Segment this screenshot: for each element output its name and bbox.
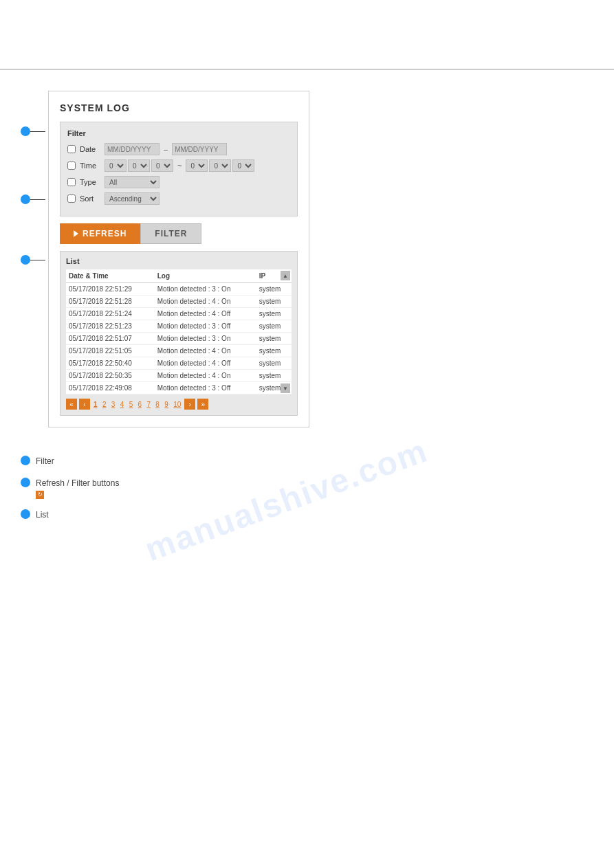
date-from-input[interactable] bbox=[105, 143, 160, 155]
row-ip: system bbox=[256, 308, 292, 320]
table-row: 05/17/2018 22:51:29 Motion detected : 3 … bbox=[66, 283, 292, 296]
annotation-item-2: Refresh / Filter buttons ↻ bbox=[21, 477, 593, 499]
page-number-9[interactable]: 9 bbox=[163, 400, 170, 409]
time-to-min[interactable]: 0 bbox=[209, 159, 231, 172]
pagination: « ‹ 1 2 3 4 5 6 7 8 9 10 › » bbox=[66, 399, 292, 410]
annotation-line-1 bbox=[30, 131, 45, 132]
refresh-button[interactable]: REFRESH bbox=[60, 223, 140, 244]
time-from-group: 0 0 0 bbox=[105, 159, 173, 172]
log-table: Date & Time Log IP 05/17/2018 22:51:29 M… bbox=[66, 269, 292, 394]
annotation-text-1: Filter bbox=[36, 455, 54, 467]
row-ip: system bbox=[256, 333, 292, 345]
filter-time-row: Time 0 0 0 ~ bbox=[67, 159, 290, 172]
page-prev-button[interactable]: ‹ bbox=[79, 399, 90, 410]
page-number-7[interactable]: 7 bbox=[145, 400, 152, 409]
row-datetime: 05/17/2018 22:49:08 bbox=[66, 382, 155, 394]
row-ip: system bbox=[256, 345, 292, 357]
time-to-sec[interactable]: 0 bbox=[232, 159, 254, 172]
type-checkbox[interactable] bbox=[67, 178, 76, 186]
filter-section: Filter Date – Time 0 bbox=[60, 122, 298, 216]
page-number-3[interactable]: 3 bbox=[110, 400, 117, 409]
panel-title: SYSTEM LOG bbox=[60, 102, 298, 113]
page-number-5[interactable]: 5 bbox=[128, 400, 135, 409]
row-ip: system bbox=[256, 357, 292, 370]
row-datetime: 05/17/2018 22:51:28 bbox=[66, 296, 155, 308]
date-to-input[interactable] bbox=[172, 143, 227, 155]
table-row: 05/17/2018 22:51:24 Motion detected : 4 … bbox=[66, 308, 292, 320]
time-from-min[interactable]: 0 bbox=[128, 159, 150, 172]
sort-select[interactable]: Ascending bbox=[105, 192, 160, 205]
filter-label: FILTER bbox=[155, 229, 187, 238]
annotation-line-3 bbox=[30, 260, 45, 260]
page-last-button[interactable]: » bbox=[197, 399, 208, 410]
table-row: 05/17/2018 22:51:05 Motion detected : 4 … bbox=[66, 345, 292, 357]
row-ip: system bbox=[256, 320, 292, 333]
annotation-line-2 bbox=[30, 199, 45, 200]
row-ip: system bbox=[256, 296, 292, 308]
filter-type-row: Type All bbox=[67, 176, 290, 188]
annotation-dot-2 bbox=[21, 194, 30, 204]
annotation-dot-1 bbox=[21, 126, 30, 136]
table-row: 05/17/2018 22:49:08 Motion detected : 3 … bbox=[66, 382, 292, 394]
table-header-row: Date & Time Log IP bbox=[66, 269, 292, 283]
col-log: Log bbox=[155, 269, 256, 283]
scroll-down-button[interactable]: ▼ bbox=[281, 383, 290, 393]
time-to-hour[interactable]: 0 bbox=[186, 159, 208, 172]
page-number-1[interactable]: 1 bbox=[92, 400, 99, 409]
system-log-panel: SYSTEM LOG Filter Date – Time bbox=[48, 91, 309, 427]
page-number-10[interactable]: 10 bbox=[172, 400, 182, 409]
sort-checkbox[interactable] bbox=[67, 194, 76, 203]
row-log: Motion detected : 4 : On bbox=[155, 345, 256, 357]
annotation-dot-3 bbox=[21, 255, 30, 265]
date-checkbox[interactable] bbox=[67, 145, 76, 153]
annotation-text-3: List bbox=[36, 509, 49, 521]
refresh-small-icon: ↻ bbox=[36, 491, 44, 499]
annotation-item-1: Filter bbox=[21, 455, 593, 467]
col-datetime: Date & Time bbox=[66, 269, 155, 283]
row-datetime: 05/17/2018 22:51:29 bbox=[66, 283, 155, 296]
date-separator: – bbox=[164, 145, 168, 153]
time-from-hour[interactable]: 0 bbox=[105, 159, 127, 172]
row-datetime: 05/17/2018 22:50:40 bbox=[66, 357, 155, 370]
row-datetime: 05/17/2018 22:50:35 bbox=[66, 370, 155, 382]
filter-button[interactable]: FILTER bbox=[140, 223, 201, 244]
row-datetime: 05/17/2018 22:51:23 bbox=[66, 320, 155, 333]
time-label: Time bbox=[80, 162, 100, 170]
button-row: REFRESH FILTER bbox=[60, 223, 298, 244]
filter-date-row: Date – bbox=[67, 143, 290, 155]
annotation-text-2: Refresh / Filter buttons bbox=[36, 478, 119, 488]
time-from-sec[interactable]: 0 bbox=[151, 159, 173, 172]
row-datetime: 05/17/2018 22:51:05 bbox=[66, 345, 155, 357]
filter-label: Filter bbox=[67, 129, 290, 137]
page-number-8[interactable]: 8 bbox=[154, 400, 161, 409]
row-ip: system bbox=[256, 283, 292, 296]
time-checkbox[interactable] bbox=[67, 162, 76, 170]
time-to-group: 0 0 0 bbox=[186, 159, 254, 172]
annotation-dot-b3 bbox=[21, 509, 30, 519]
row-log: Motion detected : 4 : On bbox=[155, 370, 256, 382]
top-rule bbox=[0, 69, 614, 70]
filter-sort-row: Sort Ascending bbox=[67, 192, 290, 205]
refresh-label: REFRESH bbox=[83, 229, 127, 238]
row-log: Motion detected : 4 : On bbox=[155, 296, 256, 308]
table-row: 05/17/2018 22:50:35 Motion detected : 4 … bbox=[66, 370, 292, 382]
page-first-button[interactable]: « bbox=[66, 399, 77, 410]
row-log: Motion detected : 3 : On bbox=[155, 283, 256, 296]
row-log: Motion detected : 3 : Off bbox=[155, 320, 256, 333]
page-next-button[interactable]: › bbox=[184, 399, 195, 410]
type-label: Type bbox=[80, 178, 100, 186]
list-label: List bbox=[66, 257, 292, 265]
page-number-6[interactable]: 6 bbox=[137, 400, 144, 409]
table-row: 05/17/2018 22:50:40 Motion detected : 4 … bbox=[66, 357, 292, 370]
page-numbers: 1 2 3 4 5 6 7 8 9 10 bbox=[92, 399, 182, 409]
row-ip: system bbox=[256, 370, 292, 382]
type-select[interactable]: All bbox=[105, 176, 160, 188]
refresh-arrow-icon bbox=[74, 230, 78, 237]
page-number-2[interactable]: 2 bbox=[101, 400, 108, 409]
row-log: Motion detected : 3 : On bbox=[155, 333, 256, 345]
bottom-annotations: Filter Refresh / Filter buttons ↻ List bbox=[0, 441, 614, 544]
scroll-up-button[interactable]: ▲ bbox=[281, 271, 290, 280]
row-datetime: 05/17/2018 22:51:07 bbox=[66, 333, 155, 345]
page-number-4[interactable]: 4 bbox=[119, 400, 126, 409]
table-row: 05/17/2018 22:51:23 Motion detected : 3 … bbox=[66, 320, 292, 333]
